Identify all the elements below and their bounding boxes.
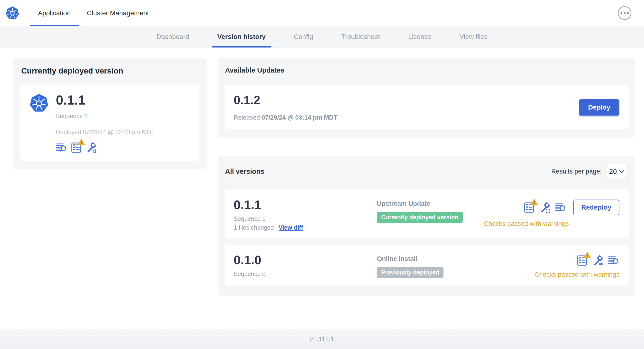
logs-icon[interactable] <box>555 202 566 213</box>
preflight-checks-icon[interactable] <box>576 255 588 266</box>
version-history-page: Application Cluster Management Dashboard… <box>0 0 644 349</box>
deploy-button[interactable]: Deploy <box>579 99 620 116</box>
tab-cluster-management[interactable]: Cluster Management <box>79 0 157 26</box>
available-updates-panel: Available Updates 0.1.2 Released 07/29/2… <box>218 58 636 138</box>
available-updates-title: Available Updates <box>225 66 628 74</box>
kubernetes-logo-icon <box>6 6 19 20</box>
currently-deployed-panel: Currently deployed version 0.1.1 Sequenc… <box>13 58 207 170</box>
tab-view-files[interactable]: View files <box>454 26 494 47</box>
files-changed-label: 1 files changed <box>234 224 274 231</box>
edit-config-icon[interactable] <box>86 142 97 153</box>
view-diff-link[interactable]: View diff <box>278 224 303 231</box>
more-options-button[interactable] <box>618 6 631 20</box>
update-released-line: Released 07/29/24 @ 03:14 pm MDT <box>234 114 337 121</box>
update-released-date: 07/29/24 @ 03:14 pm MDT <box>262 114 337 121</box>
tab-license[interactable]: License <box>402 26 437 47</box>
preflight-checks-icon[interactable] <box>71 142 82 153</box>
logs-icon[interactable] <box>608 255 620 266</box>
preflight-checks-icon[interactable] <box>524 202 535 213</box>
deployed-status-badge: Previously deployed <box>377 267 444 278</box>
row-version-number: 0.1.0 <box>234 253 377 267</box>
chevron-down-icon <box>619 170 624 173</box>
app-nav-tabs: Application Cluster Management <box>30 0 157 26</box>
row-version-number: 0.1.1 <box>234 198 377 212</box>
app-subnav: Dashboard Version history Config Trouble… <box>0 26 644 48</box>
page-size-select[interactable]: 20 <box>606 164 628 179</box>
tab-config[interactable]: Config <box>288 26 319 47</box>
row-sequence: Sequence 0 <box>234 270 377 278</box>
version-row: 0.1.0 Sequence 0 Online Install Previous… <box>224 245 628 286</box>
version-source-label: Upstream Update <box>377 200 484 208</box>
brand-logo <box>0 0 30 26</box>
update-version-number: 0.1.2 <box>234 93 337 107</box>
update-card: 0.1.2 Released 07/29/24 @ 03:14 pm MDT D… <box>224 85 628 130</box>
top-header: Application Cluster Management <box>0 0 644 26</box>
edit-config-icon[interactable] <box>539 202 551 213</box>
deployed-timestamp: Deployed 07/29/24 @ 02:43 pm MDT <box>56 129 155 136</box>
view-config-icon[interactable] <box>592 255 604 266</box>
logs-icon[interactable] <box>56 142 67 153</box>
deployed-version-number: 0.1.1 <box>56 92 155 108</box>
page-footer: v1.112.1 <box>0 329 644 349</box>
version-source-label: Online Install <box>377 255 534 262</box>
tab-application-label: Application <box>38 9 71 17</box>
tab-dashboard[interactable]: Dashboard <box>151 26 195 47</box>
redeploy-button[interactable]: Redeploy <box>573 200 620 215</box>
main-content: Currently deployed version 0.1.1 Sequenc… <box>0 48 644 296</box>
deployed-status-badge: Currently deployed version <box>377 212 463 223</box>
row-sequence: Sequence 1 <box>234 215 377 222</box>
tab-cluster-management-label: Cluster Management <box>87 9 149 17</box>
all-versions-panel: All versions Results per page: 20 <box>218 156 636 296</box>
results-per-page-label: Results per page: <box>551 168 602 175</box>
ellipsis-icon <box>620 12 622 14</box>
header-actions <box>618 0 644 26</box>
app-icon <box>29 92 49 153</box>
kubernetes-logo-icon <box>29 94 49 113</box>
deployed-action-icons <box>56 142 155 153</box>
tab-troubleshoot[interactable]: Troubleshoot <box>336 26 386 47</box>
admin-console-version: v1.112.1 <box>310 336 334 343</box>
deployed-version-card: 0.1.1 Sequence 1 Deployed 07/29/24 @ 02:… <box>20 84 199 161</box>
deployed-panel-title: Currently deployed version <box>21 66 199 76</box>
tab-application[interactable]: Application <box>30 0 79 26</box>
preflight-status-text: Checks passed with warnings <box>484 220 569 228</box>
preflight-status-text: Checks passed with warnings <box>534 271 620 278</box>
tab-version-history[interactable]: Version history <box>212 26 272 47</box>
deployed-sequence: Sequence 1 <box>56 113 155 120</box>
all-versions-title: All versions <box>225 168 264 176</box>
version-row: 0.1.1 Sequence 1 1 files changed View di… <box>224 190 628 238</box>
